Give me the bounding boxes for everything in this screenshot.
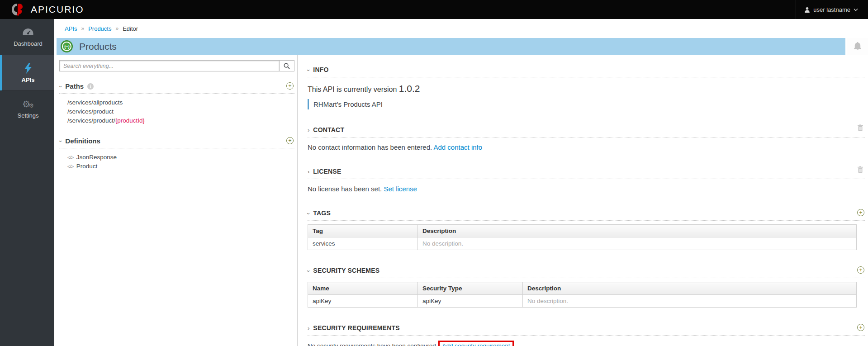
security-schemes-header-row: Name Security Type Description — [308, 282, 857, 295]
scheme-col-name: Name — [308, 282, 418, 295]
api-version-value[interactable]: 1.0.2 — [399, 83, 420, 94]
add-security-requirement-link[interactable]: Add security requirement — [442, 342, 510, 346]
search-input[interactable] — [59, 60, 280, 71]
license-section: › LICENSE No license has been set. Se — [308, 168, 865, 193]
chevron-expanded-icon: › — [306, 270, 312, 272]
scheme-col-type: Security Type — [418, 282, 523, 295]
sidebar-item-label: Dashboard — [14, 40, 43, 47]
search-button[interactable] — [280, 60, 294, 71]
tag-row[interactable]: services No description. — [308, 237, 857, 250]
delete-contact-button[interactable] — [857, 124, 863, 133]
api-title-bar: {···} Products — [57, 38, 845, 55]
tags-section-header[interactable]: › TAGS + — [308, 209, 865, 217]
top-navbar: APICURIO user lastname — [0, 0, 868, 19]
definitions-section-header[interactable]: › Definitions + — [59, 137, 294, 145]
breadcrumb: APIs » Products » Editor — [54, 19, 868, 38]
license-section-header[interactable]: › LICENSE — [308, 168, 865, 175]
info-body: This API is currently version 1.0.2 RHMa… — [308, 83, 865, 109]
divider — [308, 137, 865, 137]
path-item[interactable]: /services/product/{productId} — [59, 116, 294, 125]
api-green-icon: {···} — [61, 40, 73, 52]
security-scheme-row[interactable]: apiKey apiKey No description. — [308, 295, 857, 308]
info-section: › INFO This API is currently version 1.0… — [308, 66, 865, 109]
add-tag-button[interactable]: + — [857, 209, 864, 216]
paths-section-header[interactable]: › Paths i + — [59, 82, 294, 90]
path-parameter: {productId} — [115, 117, 145, 124]
definition-item[interactable]: </>Product — [59, 161, 294, 171]
tags-table-header-row: Tag Description — [308, 225, 857, 237]
paths-title: Paths — [65, 82, 84, 90]
scheme-type-cell[interactable]: apiKey — [418, 295, 523, 308]
add-path-button[interactable]: + — [286, 82, 294, 90]
scheme-name-cell[interactable]: apiKey — [308, 295, 418, 308]
vertical-nav: Dashboard APIs ⚙⚙ Settings — [0, 19, 54, 346]
chevron-collapsed-icon: › — [308, 325, 309, 331]
sidebar-item-dashboard[interactable]: Dashboard — [0, 19, 54, 55]
sidebar-item-settings[interactable]: ⚙⚙ Settings — [0, 90, 54, 126]
definitions-title: Definitions — [65, 137, 100, 145]
scheme-description-cell[interactable]: No description. — [523, 295, 857, 308]
apicurio-logo-icon — [11, 3, 26, 16]
trash-icon — [857, 124, 863, 132]
tags-section: › TAGS + Tag Description services No des… — [308, 209, 865, 250]
search-row — [59, 60, 294, 71]
notification-bell-container — [847, 38, 868, 55]
security-schemes-title: SECURITY SCHEMES — [313, 267, 379, 274]
chevron-expanded-icon: › — [58, 85, 64, 87]
code-icon: </> — [67, 155, 74, 160]
content-area: APIs » Products » Editor {···} Products — [54, 19, 868, 346]
security-schemes-section-header[interactable]: › SECURITY SCHEMES + — [308, 267, 865, 274]
breadcrumb-products-link[interactable]: Products — [88, 25, 111, 32]
set-license-link[interactable]: Set license — [384, 185, 417, 193]
license-empty-text: No license has been set. — [308, 185, 382, 193]
brand-name: APICURIO — [31, 4, 84, 15]
sidebar-item-label: APIs — [22, 76, 35, 83]
add-security-requirement-button[interactable]: + — [857, 324, 864, 331]
sidebar-item-label: Settings — [18, 112, 39, 119]
contact-body: No contact information has been entered.… — [308, 143, 865, 151]
security-requirements-body: No security requirements have been confi… — [308, 341, 865, 346]
tags-title: TAGS — [313, 209, 331, 217]
breadcrumb-separator: » — [115, 25, 119, 32]
breadcrumb-separator: » — [81, 25, 84, 32]
contact-section-header[interactable]: › CONTACT — [308, 126, 865, 133]
master-panel: › Paths i + /services/allproducts /servi… — [54, 55, 298, 346]
search-icon — [284, 63, 290, 69]
divider — [308, 77, 865, 77]
add-contact-info-link[interactable]: Add contact info — [434, 143, 483, 151]
add-security-scheme-button[interactable]: + — [857, 266, 864, 274]
gears-icon: ⚙⚙ — [22, 99, 34, 109]
divider — [308, 220, 865, 221]
divider — [308, 335, 865, 336]
definitions-section: › Definitions + </>JsonResponse </>Produ… — [59, 137, 294, 171]
sidebar-item-apis[interactable]: APIs — [0, 55, 54, 90]
tag-description-cell[interactable]: No description. — [418, 237, 857, 250]
scheme-col-description: Description — [523, 282, 857, 295]
bell-icon[interactable] — [853, 42, 862, 51]
chevron-expanded-icon: › — [306, 213, 312, 214]
tags-col-tag: Tag — [308, 225, 418, 237]
path-item[interactable]: /services/allproducts — [59, 98, 294, 107]
info-section-header[interactable]: › INFO — [308, 66, 865, 73]
chevron-collapsed-icon: › — [308, 127, 309, 133]
contact-section: › CONTACT No contact information has bee… — [308, 126, 865, 151]
security-requirements-section: › SECURITY REQUIREMENTS + No security re… — [308, 324, 865, 346]
chevron-collapsed-icon: › — [308, 169, 309, 175]
definition-item[interactable]: </>JsonResponse — [59, 152, 294, 161]
add-definition-button[interactable]: + — [286, 137, 294, 144]
breadcrumb-apis-link[interactable]: APIs — [65, 25, 77, 32]
highlight-box: Add security requirement — [438, 341, 513, 346]
api-description[interactable]: RHMart's Products API — [308, 99, 865, 109]
delete-license-button[interactable] — [857, 166, 863, 175]
user-menu[interactable]: user lastname — [796, 0, 868, 19]
page-title: Products — [79, 41, 117, 52]
divider — [59, 148, 294, 148]
security-requirements-section-header[interactable]: › SECURITY REQUIREMENTS + — [308, 324, 865, 332]
paths-section: › Paths i + /services/allproducts /servi… — [59, 82, 294, 125]
divider — [59, 93, 294, 94]
path-item[interactable]: /services/product — [59, 107, 294, 116]
trash-icon — [857, 166, 863, 173]
security-requirements-title: SECURITY REQUIREMENTS — [313, 324, 399, 332]
divider — [308, 179, 865, 179]
tag-name-cell[interactable]: services — [308, 237, 418, 250]
